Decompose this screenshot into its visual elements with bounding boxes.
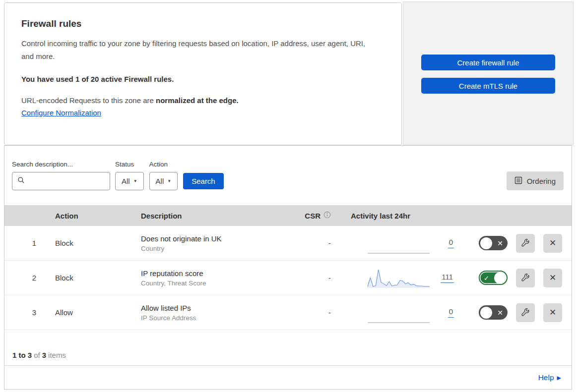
chevron-down-icon: ▼ bbox=[133, 179, 137, 183]
header-activity: Activity last 24hr bbox=[347, 212, 461, 220]
ordering-button[interactable]: Ordering bbox=[507, 171, 564, 190]
wrench-icon bbox=[520, 307, 530, 318]
chevron-down-icon: ▼ bbox=[167, 179, 171, 183]
firewall-rules-intro-card: Firewall rules Control incoming traffic … bbox=[4, 2, 402, 145]
toggle-knob bbox=[494, 272, 506, 284]
normalization-bold: normalized at the edge. bbox=[156, 96, 239, 105]
activity-sparkline bbox=[368, 232, 430, 254]
rule-csr: - bbox=[295, 274, 347, 282]
x-glyph: ✕ bbox=[497, 309, 503, 316]
activity-count-link[interactable]: 0 bbox=[448, 307, 454, 318]
normalization-note: URL-encoded Requests to this zone are no… bbox=[21, 96, 381, 105]
delete-rule-button[interactable]: ✕ bbox=[543, 269, 562, 287]
delete-rule-button[interactable]: ✕ bbox=[543, 234, 562, 253]
wrench-icon bbox=[520, 237, 530, 249]
toggle-knob bbox=[480, 307, 492, 319]
rule-description-cell: Allow listed IPs IP Source Address bbox=[131, 304, 295, 322]
rule-action: Allow bbox=[45, 308, 131, 317]
header-csr-label: CSR bbox=[305, 212, 320, 220]
actions-panel: Create firewall rule Create mTLS rule bbox=[403, 1, 574, 145]
rule-criteria: Country bbox=[141, 245, 295, 252]
table-header-row: Action Description CSR Activity last 24h… bbox=[4, 205, 572, 226]
header-action: Action bbox=[45, 212, 131, 220]
rule-description: IP reputation score bbox=[141, 269, 295, 278]
activity-sparkline bbox=[368, 302, 430, 324]
table-row: 2 Block IP reputation score Country, Thr… bbox=[4, 261, 572, 295]
rule-description: Allow listed IPs bbox=[141, 304, 295, 312]
rule-enabled-toggle[interactable]: ✓ ✕ bbox=[479, 271, 508, 285]
status-filter-group: Status All ▼ bbox=[115, 161, 144, 190]
rule-number: 3 bbox=[4, 308, 45, 317]
table-row: 3 Allow Allow listed IPs IP Source Addre… bbox=[4, 295, 572, 330]
create-firewall-rule-button[interactable]: Create firewall rule bbox=[421, 55, 555, 70]
pagination-of: of bbox=[34, 351, 40, 359]
rule-controls: ✓ ✕ ✕ bbox=[461, 234, 572, 253]
action-dropdown-value: All bbox=[156, 177, 164, 185]
rule-csr: - bbox=[295, 239, 347, 247]
edit-rule-button[interactable] bbox=[516, 269, 535, 287]
rule-description-cell: IP reputation score Country, Threat Scor… bbox=[131, 269, 295, 287]
action-filter-group: Action All ▼ bbox=[149, 161, 178, 190]
firewall-rules-table-card: Search description... Status All ▼ Actio… bbox=[4, 145, 572, 390]
rule-enabled-toggle[interactable]: ✓ ✕ bbox=[479, 236, 508, 250]
ordering-button-label: Ordering bbox=[527, 177, 556, 185]
rule-activity-cell: 0 bbox=[347, 295, 461, 330]
search-label: Search description... bbox=[12, 161, 110, 168]
check-glyph: ✓ bbox=[484, 275, 489, 281]
normalization-text: URL-encoded Requests to this zone are bbox=[21, 96, 156, 105]
pagination-total: 3 bbox=[42, 351, 46, 359]
x-icon: ✕ bbox=[549, 307, 556, 318]
rule-controls: ✓ ✕ ✕ bbox=[461, 269, 572, 287]
x-icon: ✕ bbox=[549, 238, 556, 248]
search-input[interactable] bbox=[28, 177, 110, 185]
rule-criteria: IP Source Address bbox=[141, 314, 295, 322]
rule-description-cell: Does not originate in UK Country bbox=[131, 234, 295, 252]
search-group: Search description... bbox=[12, 161, 110, 190]
page-title: Firewall rules bbox=[21, 18, 381, 29]
delete-rule-button[interactable]: ✕ bbox=[543, 303, 562, 322]
configure-normalization-link[interactable]: Configure Normalization bbox=[21, 109, 101, 117]
activity-count-link[interactable]: 0 bbox=[448, 238, 454, 248]
activity-count-link[interactable]: 111 bbox=[441, 273, 454, 283]
activity-sparkline bbox=[368, 267, 430, 289]
edit-rule-button[interactable] bbox=[516, 234, 535, 253]
pagination-items: items bbox=[48, 351, 66, 359]
rule-controls: ✓ ✕ ✕ bbox=[461, 303, 572, 322]
search-button[interactable]: Search bbox=[183, 173, 224, 189]
table-row: 1 Block Does not originate in UK Country… bbox=[4, 226, 572, 261]
filter-bar: Search description... Status All ▼ Actio… bbox=[4, 146, 572, 205]
page-description: Control incoming traffic to your zone by… bbox=[21, 37, 372, 63]
status-dropdown[interactable]: All ▼ bbox=[115, 172, 144, 190]
rule-csr: - bbox=[295, 308, 347, 317]
action-label: Action bbox=[149, 161, 178, 168]
pagination-range: 1 to 3 bbox=[12, 351, 32, 359]
usage-summary: You have used 1 of 20 active Firewall ru… bbox=[21, 75, 381, 83]
status-dropdown-value: All bbox=[122, 177, 130, 185]
action-dropdown[interactable]: All ▼ bbox=[149, 172, 178, 190]
x-icon: ✕ bbox=[549, 273, 556, 283]
help-link-label: Help bbox=[538, 373, 554, 382]
help-link[interactable]: Help ▶ bbox=[538, 373, 561, 382]
rule-description: Does not originate in UK bbox=[141, 234, 295, 243]
rule-enabled-toggle[interactable]: ✓ ✕ bbox=[479, 305, 508, 320]
list-document-icon bbox=[514, 176, 522, 186]
help-row: Help ▶ bbox=[4, 366, 572, 390]
rule-criteria: Country, Threat Score bbox=[141, 280, 295, 287]
rule-activity-cell: 111 bbox=[347, 261, 461, 295]
status-label: Status bbox=[115, 161, 144, 168]
header-csr: CSR bbox=[295, 211, 347, 220]
rule-activity-cell: 0 bbox=[347, 226, 461, 260]
edit-rule-button[interactable] bbox=[516, 303, 535, 322]
header-description: Description bbox=[131, 212, 295, 220]
magnifier-icon bbox=[17, 176, 25, 186]
info-circle-icon[interactable] bbox=[323, 211, 331, 220]
right-arrow-icon: ▶ bbox=[557, 375, 561, 381]
rule-number: 1 bbox=[4, 239, 45, 247]
x-glyph: ✕ bbox=[497, 240, 503, 247]
toggle-knob bbox=[480, 237, 492, 249]
rule-action: Block bbox=[45, 274, 131, 282]
pagination-summary: 1 to 3 of 3 items bbox=[4, 330, 572, 366]
rule-number: 2 bbox=[4, 274, 45, 282]
rule-action: Block bbox=[45, 239, 131, 247]
create-mtls-rule-button[interactable]: Create mTLS rule bbox=[421, 78, 555, 94]
